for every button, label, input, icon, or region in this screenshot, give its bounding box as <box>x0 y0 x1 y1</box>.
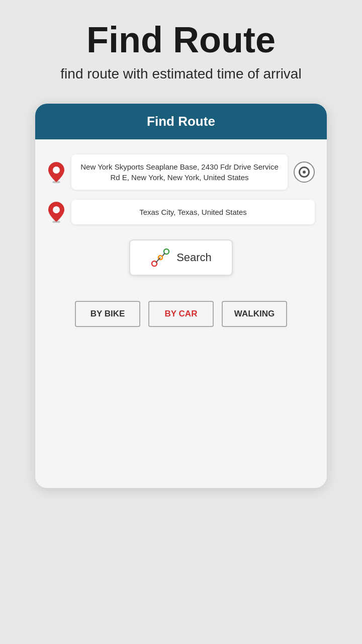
app-card: Find Route New York Skyports Seaplane Ba… <box>35 104 327 488</box>
route-icon <box>150 248 170 268</box>
page-subtitle: find route with estimated time of arriva… <box>60 65 301 83</box>
card-bottom-space <box>35 347 327 488</box>
search-button[interactable]: Search <box>129 239 233 276</box>
search-label: Search <box>176 251 212 264</box>
card-body: New York Skyports Seaplane Base, 2430 Fd… <box>35 139 327 347</box>
card-header-title: Find Route <box>147 114 215 129</box>
gps-inner-icon <box>299 167 310 178</box>
svg-point-3 <box>53 206 60 213</box>
svg-point-1 <box>53 167 60 174</box>
search-btn-container: Search <box>47 239 315 276</box>
gps-button[interactable] <box>294 162 315 183</box>
transport-row: BY BIKE BY CAR WALKING <box>47 301 315 327</box>
transport-walking-button[interactable]: WALKING <box>222 301 287 327</box>
transport-bike-button[interactable]: BY BIKE <box>75 301 140 327</box>
destination-input[interactable]: Texas City, Texas, United States <box>71 200 315 224</box>
transport-car-button[interactable]: BY CAR <box>148 301 214 327</box>
card-header: Find Route <box>35 104 327 139</box>
origin-input[interactable]: New York Skyports Seaplane Base, 2430 Fd… <box>71 154 288 190</box>
origin-pin-icon <box>47 161 65 183</box>
page-title: Find Route <box>86 20 276 60</box>
origin-row: New York Skyports Seaplane Base, 2430 Fd… <box>47 154 315 190</box>
destination-pin-icon <box>47 201 65 223</box>
destination-row: Texas City, Texas, United States <box>47 200 315 224</box>
gps-dot <box>303 171 306 174</box>
